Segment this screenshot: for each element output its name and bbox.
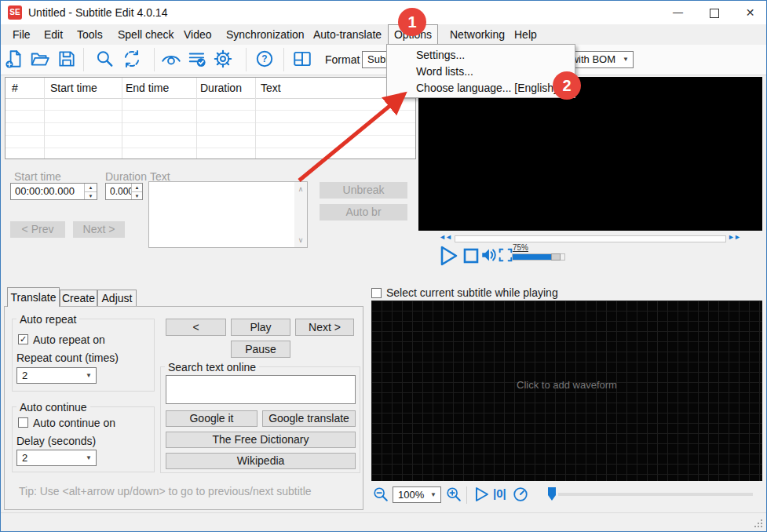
delay-combobox[interactable]: 2 ▼ bbox=[16, 450, 97, 466]
find-button[interactable] bbox=[94, 49, 116, 71]
column-end-time[interactable]: End time bbox=[126, 78, 169, 98]
spell-check-button[interactable] bbox=[187, 49, 209, 71]
prev-subtitle-button[interactable]: < Prev bbox=[10, 221, 65, 238]
waveform-zero-button[interactable]: |0| bbox=[493, 486, 506, 500]
pause-button[interactable]: Pause bbox=[231, 341, 290, 358]
tip-text: Tip: Use <alt+arrow up/down> to go to pr… bbox=[19, 485, 312, 497]
volume-slider[interactable] bbox=[512, 253, 565, 261]
menu-item-word-lists[interactable]: Word lists... bbox=[387, 64, 575, 80]
menu-options[interactable]: Options bbox=[388, 24, 438, 45]
menu-auto-translate[interactable]: Auto-translate bbox=[313, 24, 382, 45]
menu-edit[interactable]: Edit bbox=[44, 24, 63, 45]
subtitle-text-area[interactable]: ∧ ∨ bbox=[148, 181, 308, 248]
minimize-button[interactable]: — bbox=[660, 1, 696, 24]
video-play-button[interactable] bbox=[437, 244, 459, 268]
column-number[interactable]: # bbox=[12, 78, 18, 98]
auto-br-button[interactable]: Auto br bbox=[320, 204, 407, 220]
wikipedia-button[interactable]: Wikipedia bbox=[166, 453, 356, 469]
video-display[interactable] bbox=[418, 77, 762, 231]
settings-button[interactable] bbox=[213, 49, 235, 71]
waveform-zoom-combobox[interactable]: 100% ▼ bbox=[393, 486, 441, 503]
column-start-time[interactable]: Start time bbox=[50, 78, 97, 98]
list-header[interactable]: # Start time End time Duration Text bbox=[5, 78, 415, 99]
replace-button[interactable] bbox=[122, 49, 144, 71]
volume-fill bbox=[513, 254, 551, 260]
menu-item-settings[interactable]: Settings... bbox=[387, 47, 575, 64]
help-button[interactable]: ? bbox=[254, 49, 276, 71]
auto-repeat-group-label: Auto repeat bbox=[16, 313, 79, 326]
waveform-play-button[interactable] bbox=[473, 486, 490, 503]
menu-help[interactable]: Help bbox=[514, 24, 537, 45]
duration-spinner[interactable]: 0.000 ▲ ▼ bbox=[105, 183, 143, 200]
spin-up-icon[interactable]: ▲ bbox=[132, 184, 142, 191]
google-translate-button[interactable]: Google translate bbox=[262, 410, 356, 427]
menu-item-choose-language[interactable]: Choose language... [English] bbox=[387, 80, 575, 97]
maximize-button[interactable] bbox=[696, 1, 732, 24]
open-file-button[interactable] bbox=[30, 49, 52, 71]
column-text[interactable]: Text bbox=[261, 78, 281, 98]
chevron-down-icon: ▼ bbox=[86, 450, 92, 465]
volume-thumb[interactable] bbox=[551, 253, 561, 261]
spin-up-icon[interactable]: ▲ bbox=[85, 184, 97, 191]
menu-spell-check[interactable]: Spell check bbox=[118, 24, 174, 45]
free-dictionary-button[interactable]: The Free Dictionary bbox=[166, 432, 356, 448]
back-button[interactable]: < bbox=[166, 319, 226, 336]
auto-continue-checkbox-label[interactable]: Auto continue on bbox=[33, 417, 115, 429]
tab-translate[interactable]: Translate bbox=[7, 287, 60, 307]
new-file-button[interactable] bbox=[5, 49, 27, 71]
menu-networking[interactable]: Networking bbox=[450, 24, 505, 45]
waveform-area[interactable]: Click to add waveform bbox=[371, 301, 762, 481]
tab-create[interactable]: Create bbox=[60, 290, 97, 307]
seek-forward-icon[interactable]: ►► bbox=[728, 233, 740, 241]
waveform-zoom-in-button[interactable] bbox=[445, 486, 462, 503]
video-seek-bar[interactable] bbox=[455, 235, 726, 242]
toolbar-separator bbox=[283, 48, 284, 71]
unbreak-button[interactable]: Unbreak bbox=[320, 182, 407, 199]
scroll-down-icon[interactable]: ∨ bbox=[294, 235, 307, 246]
seek-back-icon[interactable]: ◄◄ bbox=[439, 233, 451, 241]
spinner-buttons[interactable]: ▲ ▼ bbox=[84, 184, 97, 199]
scrollbar[interactable]: ∧ ∨ bbox=[294, 182, 307, 247]
resize-grip[interactable] bbox=[752, 517, 763, 528]
repeat-count-combobox[interactable]: 2 ▼ bbox=[16, 367, 97, 384]
column-duration[interactable]: Duration bbox=[200, 78, 242, 98]
layout-button[interactable] bbox=[292, 49, 314, 71]
search-text-input[interactable] bbox=[166, 375, 356, 404]
spell-check-icon bbox=[187, 49, 207, 69]
repeat-count-value: 2 bbox=[22, 368, 27, 383]
menu-file[interactable]: File bbox=[13, 24, 31, 45]
menu-tools[interactable]: Tools bbox=[77, 24, 103, 45]
select-current-subtitle-checkbox[interactable] bbox=[371, 288, 382, 298]
maximize-icon bbox=[710, 9, 719, 18]
spin-down-icon[interactable]: ▼ bbox=[85, 191, 97, 200]
select-current-subtitle-label[interactable]: Select current subtitle while playing bbox=[386, 286, 558, 299]
close-button[interactable]: ✕ bbox=[732, 1, 767, 24]
next-subtitle-button[interactable]: Next > bbox=[73, 221, 125, 238]
play-button[interactable]: Play bbox=[231, 319, 290, 336]
waveform-zoom-out-button[interactable] bbox=[372, 486, 389, 503]
google-it-button[interactable]: Google it bbox=[166, 410, 257, 427]
waveform-slider-thumb[interactable] bbox=[547, 486, 557, 501]
next-button[interactable]: Next > bbox=[295, 319, 354, 336]
menu-synchronization[interactable]: Synchronization bbox=[226, 24, 305, 45]
list-body[interactable] bbox=[5, 98, 415, 159]
spinner-buttons[interactable]: ▲ ▼ bbox=[131, 184, 142, 199]
help-icon: ? bbox=[254, 49, 275, 69]
subtitle-list-view[interactable]: # Start time End time Duration Text bbox=[5, 77, 416, 159]
video-stop-button[interactable] bbox=[462, 247, 480, 264]
zoom-in-icon bbox=[445, 486, 462, 503]
waveform-position-slider[interactable] bbox=[558, 493, 753, 496]
spin-down-icon[interactable]: ▼ bbox=[132, 191, 142, 200]
scroll-up-icon[interactable]: ∧ bbox=[294, 184, 307, 195]
auto-repeat-checkbox[interactable]: ✓ bbox=[18, 334, 28, 344]
visual-sync-button[interactable] bbox=[160, 49, 182, 71]
tab-adjust[interactable]: Adjust bbox=[97, 290, 137, 307]
auto-repeat-checkbox-label[interactable]: Auto repeat on bbox=[33, 333, 105, 346]
app-logo-icon: SE bbox=[8, 5, 22, 20]
chevron-down-icon: ▼ bbox=[430, 487, 436, 502]
start-time-spinner[interactable]: 00:00:00.000 ▲ ▼ bbox=[10, 183, 97, 200]
menu-video[interactable]: Video bbox=[184, 24, 212, 45]
save-button[interactable] bbox=[57, 49, 79, 71]
auto-continue-checkbox[interactable] bbox=[18, 417, 28, 428]
waveform-speed-button[interactable] bbox=[512, 486, 529, 503]
